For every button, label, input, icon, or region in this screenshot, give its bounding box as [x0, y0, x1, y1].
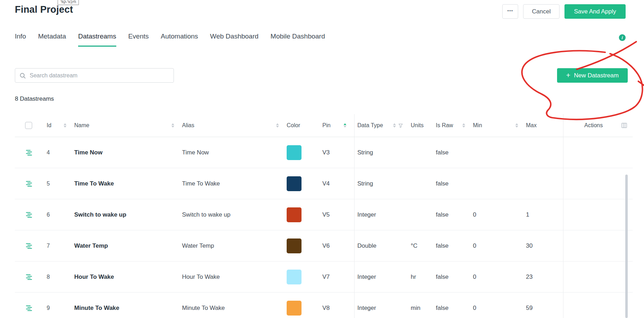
row-name: Switch to wake up	[74, 199, 182, 230]
row-max	[526, 168, 563, 199]
clipped-tooltip: חיבור-קוד	[58, 0, 79, 5]
datastream-icon	[25, 211, 33, 219]
row-alias: Time Now	[182, 137, 287, 168]
table-row[interactable]: 5Time To WakeTime To WakeV4Stringfalse	[15, 168, 633, 199]
table-header: IdNameAliasColorPinData TypeUnitsIs RawM…	[15, 114, 633, 137]
row-actions-cell	[563, 261, 633, 292]
color-swatch[interactable]	[287, 238, 301, 253]
row-data-type: String	[354, 137, 411, 168]
new-datastream-label: New Datastream	[574, 72, 619, 79]
clipped-tooltip-text: חיבור-קוד	[60, 0, 76, 4]
column-label-pin: Pin	[322, 122, 330, 129]
tab-metadata[interactable]: Metadata	[38, 33, 66, 47]
top-actions: ••• Cancel Save And Apply	[502, 4, 626, 19]
datastream-icon	[25, 149, 33, 157]
datastream-icon	[25, 180, 33, 188]
row-name: Time To Wake	[74, 168, 182, 199]
row-pin: V3	[320, 137, 354, 168]
column-header-alias[interactable]: Alias	[182, 114, 287, 137]
info-icon[interactable]: i	[619, 34, 626, 41]
sort-icon[interactable]	[171, 123, 174, 128]
row-is-raw: false	[436, 230, 473, 261]
tab-automations[interactable]: Automations	[161, 33, 198, 47]
search-box[interactable]	[15, 68, 174, 83]
sort-icon[interactable]	[462, 123, 465, 128]
save-and-apply-button[interactable]: Save And Apply	[564, 4, 626, 19]
tab-events[interactable]: Events	[128, 33, 149, 47]
cancel-button[interactable]: Cancel	[523, 4, 560, 19]
row-icon-cell	[15, 137, 42, 168]
row-is-raw: false	[436, 137, 473, 168]
row-is-raw: false	[436, 261, 473, 292]
column-header-name[interactable]: Name	[74, 114, 182, 137]
row-units	[411, 137, 436, 168]
row-id: 5	[42, 168, 74, 199]
color-swatch[interactable]	[287, 270, 301, 284]
datastreams-table: IdNameAliasColorPinData TypeUnitsIs RawM…	[15, 114, 633, 318]
row-units: °C	[411, 230, 436, 261]
header-icons-id	[64, 123, 66, 128]
datastream-count: 8 Datastreams	[15, 95, 54, 102]
color-swatch[interactable]	[287, 145, 301, 160]
row-color-cell	[287, 137, 320, 168]
row-max	[526, 137, 563, 168]
column-header-id[interactable]: Id	[42, 114, 74, 137]
table-row[interactable]: 8Hour To WakeHour To WakeV7Integerhrfals…	[15, 261, 633, 293]
sort-icon[interactable]	[344, 123, 346, 128]
tab-web-dashboard[interactable]: Web Dashboard	[210, 33, 258, 47]
column-header-data_type[interactable]: Data Type	[354, 114, 411, 137]
sort-icon[interactable]	[393, 123, 396, 128]
row-id: 4	[42, 137, 74, 168]
header-icons-name	[171, 123, 174, 128]
sort-icon[interactable]	[515, 123, 518, 128]
tab-info[interactable]: Info	[15, 33, 26, 47]
color-swatch[interactable]	[287, 301, 301, 316]
row-is-raw: false	[436, 199, 473, 230]
column-label-alias: Alias	[182, 122, 194, 129]
table-row[interactable]: 6Switch to wake upSwitch to wake upV5Int…	[15, 199, 633, 230]
sort-icon[interactable]	[276, 123, 279, 128]
row-name: Water Temp	[74, 230, 182, 261]
more-options-button[interactable]: •••	[502, 4, 518, 19]
filter-icon[interactable]	[398, 123, 403, 128]
row-icon-cell	[15, 293, 42, 318]
row-alias: Minute To Wake	[182, 293, 287, 318]
row-color-cell	[287, 261, 320, 292]
column-header-is_raw[interactable]: Is Raw	[436, 114, 473, 137]
new-datastream-button[interactable]: + New Datastream	[557, 68, 628, 83]
row-alias: Time To Wake	[182, 168, 287, 199]
table-row[interactable]: 9Minute To WakeMinute To WakeV8Integermi…	[15, 293, 633, 318]
sort-icon[interactable]	[64, 123, 66, 128]
row-units	[411, 168, 436, 199]
color-swatch[interactable]	[287, 207, 301, 222]
column-header-pin[interactable]: Pin	[320, 114, 354, 137]
tab-mobile-dashboard[interactable]: Mobile Dashboard	[270, 33, 325, 47]
color-swatch[interactable]	[287, 176, 301, 191]
table-row[interactable]: 4Time NowTime NowV3Stringfalse	[15, 137, 633, 168]
table-row[interactable]: 7Water TempWater TempV6Double°Cfalse030	[15, 230, 633, 261]
row-units: min	[411, 293, 436, 318]
search-input[interactable]	[29, 72, 169, 79]
row-id: 9	[42, 293, 74, 318]
column-header-max: Max	[526, 114, 563, 137]
column-header-min[interactable]: Min	[473, 114, 526, 137]
row-color-cell	[287, 293, 320, 318]
row-is-raw: false	[436, 293, 473, 318]
row-color-cell	[287, 168, 320, 199]
row-max: 23	[526, 261, 563, 292]
column-label-id: Id	[47, 122, 51, 129]
row-icon-cell	[15, 261, 42, 292]
row-data-type: String	[354, 168, 411, 199]
row-min: 0	[473, 199, 526, 230]
column-settings-icon[interactable]	[621, 123, 627, 128]
datastream-icon	[25, 273, 33, 281]
row-name: Minute To Wake	[74, 293, 182, 318]
tab-datastreams[interactable]: Datastreams	[78, 33, 116, 47]
row-min	[473, 137, 526, 168]
row-color-cell	[287, 199, 320, 230]
vertical-scrollbar[interactable]	[625, 175, 628, 318]
select-all-checkbox[interactable]	[25, 122, 32, 129]
column-label-actions: Actions	[584, 122, 603, 129]
row-data-type: Integer	[354, 261, 411, 292]
column-label-is_raw: Is Raw	[436, 122, 453, 129]
